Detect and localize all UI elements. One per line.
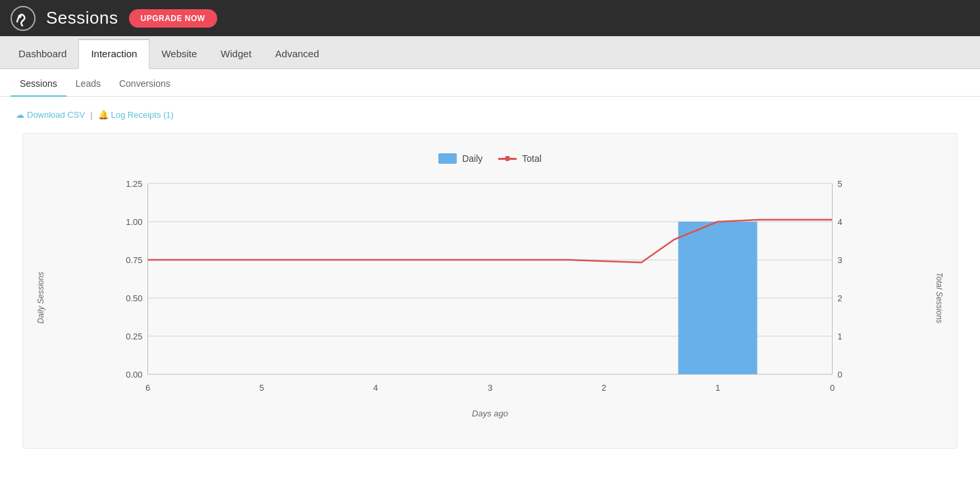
- nav-top-advanced[interactable]: Advanced: [263, 40, 331, 69]
- svg-point-1: [18, 14, 22, 18]
- svg-text:0.75: 0.75: [126, 255, 142, 265]
- svg-text:2: 2: [838, 293, 842, 303]
- svg-text:1.00: 1.00: [126, 217, 142, 227]
- svg-text:2: 2: [602, 383, 606, 393]
- nav-sub-sessions[interactable]: Sessions: [11, 72, 66, 97]
- svg-text:4: 4: [373, 383, 378, 393]
- svg-text:1: 1: [715, 383, 720, 393]
- legend-daily-label: Daily: [462, 153, 482, 164]
- download-csv-label: Download CSV: [27, 110, 85, 120]
- svg-text:0.25: 0.25: [126, 332, 142, 341]
- legend-total: Total: [498, 153, 542, 164]
- svg-text:5: 5: [259, 383, 264, 393]
- legend-total-label: Total: [522, 153, 542, 164]
- bar-day1: [679, 222, 758, 374]
- nav-top-dashboard[interactable]: Dashboard: [7, 40, 78, 69]
- log-receipts-link[interactable]: 🔔 Log Receipts (1): [98, 110, 174, 120]
- action-toolbar: ☁ Download CSV | 🔔 Log Receipts (1): [16, 110, 964, 120]
- top-navigation: Dashboard Interaction Website Widget Adv…: [0, 36, 980, 69]
- svg-text:0: 0: [838, 370, 842, 380]
- y-axis-right-label: Total Sessions: [931, 177, 944, 418]
- svg-point-0: [11, 7, 35, 30]
- log-receipts-label: Log Receipts (1): [111, 110, 174, 120]
- chart-svg-wrapper: Daily Sessions 1.25 1.00 0.75 0.50: [36, 177, 944, 418]
- nav-sub-conversions[interactable]: Conversions: [110, 72, 180, 97]
- nav-top-interaction[interactable]: Interaction: [78, 39, 149, 69]
- y-axis-left-label: Daily Sessions: [36, 177, 49, 418]
- nav-top-widget[interactable]: Widget: [209, 40, 263, 69]
- sub-navigation: Sessions Leads Conversions: [0, 69, 980, 97]
- upgrade-button[interactable]: UPGRADE NOW: [129, 9, 217, 28]
- chart-container: Daily Total Daily Sessions: [22, 133, 958, 449]
- svg-text:1.25: 1.25: [126, 179, 142, 189]
- app-header: Sessions UPGRADE NOW: [0, 0, 980, 36]
- app-title: Sessions: [46, 8, 118, 28]
- svg-text:0: 0: [830, 383, 835, 393]
- download-csv-link[interactable]: ☁ Download CSV: [16, 110, 85, 120]
- app-logo: [11, 6, 36, 31]
- svg-text:0.00: 0.00: [126, 370, 142, 380]
- svg-text:1: 1: [838, 332, 842, 341]
- main-content: ☁ Download CSV | 🔔 Log Receipts (1) Dail…: [0, 97, 980, 496]
- svg-text:6: 6: [145, 383, 150, 393]
- receipts-icon: 🔔: [98, 110, 109, 120]
- svg-text:3: 3: [488, 383, 492, 393]
- chart-inner: 1.25 1.00 0.75 0.50 0.25 0.00 5 4 3 2 1 …: [49, 177, 931, 418]
- legend-daily: Daily: [438, 153, 482, 164]
- svg-text:3: 3: [838, 255, 842, 265]
- x-axis-label: Days ago: [49, 409, 931, 418]
- toolbar-separator: |: [90, 110, 92, 120]
- nav-top-website[interactable]: Website: [149, 40, 209, 69]
- legend-daily-bar: [438, 153, 457, 164]
- chart-legend: Daily Total: [36, 153, 944, 164]
- svg-text:0.50: 0.50: [126, 293, 142, 303]
- legend-total-line: [498, 158, 517, 160]
- svg-text:4: 4: [838, 217, 842, 227]
- download-icon: ☁: [16, 110, 24, 120]
- svg-text:5: 5: [838, 179, 842, 189]
- nav-sub-leads[interactable]: Leads: [66, 72, 110, 97]
